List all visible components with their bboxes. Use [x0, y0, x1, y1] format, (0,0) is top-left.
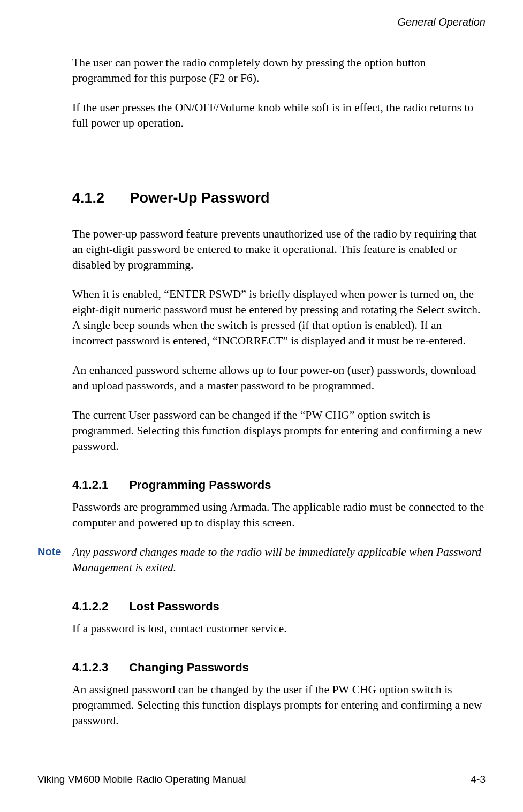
page: General Operation The user can power the…: [0, 0, 523, 812]
heading-title: Lost Passwords: [129, 600, 219, 613]
running-header: General Operation: [37, 16, 486, 28]
s412-paragraph-1: The power-up password feature prevents u…: [72, 226, 486, 273]
s4122-paragraph-1: If a password is lost, contact customer …: [72, 621, 486, 637]
s412-paragraph-3: An enhanced password scheme allows up to…: [72, 363, 486, 394]
heading-power-up-password: 4.1.2 Power-Up Password: [72, 190, 486, 211]
heading-changing-passwords: 4.1.2.3 Changing Passwords: [72, 661, 486, 675]
s412-paragraph-2: When it is enabled, “ENTER PSWD” is brie…: [72, 287, 486, 349]
heading-number: 4.1.2.2: [72, 600, 126, 614]
heading-title: Programming Passwords: [129, 478, 271, 492]
header-section-title: General Operation: [397, 16, 486, 28]
heading-title: Changing Passwords: [129, 661, 249, 674]
note-label: Note: [37, 545, 72, 558]
heading-number: 4.1.2.3: [72, 661, 126, 675]
s4121-paragraph-1: Passwords are programmed using Armada. T…: [72, 500, 486, 531]
note-text: Any password changes made to the radio w…: [72, 545, 486, 576]
note-block: Note Any password changes made to the ra…: [37, 545, 486, 576]
heading-lost-passwords: 4.1.2.2 Lost Passwords: [72, 600, 486, 614]
footer-page-number: 4-3: [471, 773, 486, 785]
page-footer: Viking VM600 Mobile Radio Operating Manu…: [37, 773, 486, 785]
s412-paragraph-4: The current User password can be changed…: [72, 408, 486, 454]
intro-paragraph-2: If the user presses the ON/OFF/Volume kn…: [72, 100, 486, 131]
heading-number: 4.1.2: [72, 190, 126, 206]
intro-paragraph-1: The user can power the radio completely …: [72, 55, 486, 86]
body-content: The user can power the radio completely …: [37, 55, 486, 773]
heading-number: 4.1.2.1: [72, 478, 126, 492]
heading-title: Power-Up Password: [130, 190, 270, 206]
footer-manual-title: Viking VM600 Mobile Radio Operating Manu…: [37, 773, 246, 785]
s4123-paragraph-1: An assigned password can be changed by t…: [72, 682, 486, 729]
heading-programming-passwords: 4.1.2.1 Programming Passwords: [72, 478, 486, 492]
